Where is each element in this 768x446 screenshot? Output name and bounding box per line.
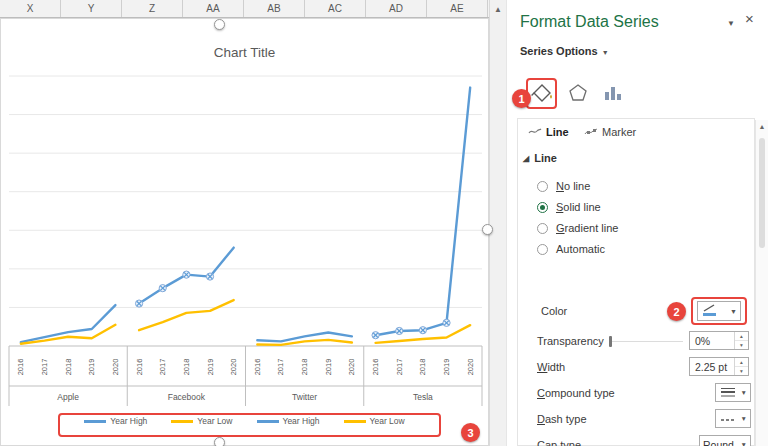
legend-item[interactable]: Year High bbox=[84, 416, 147, 426]
cap-type-value: Round bbox=[703, 439, 734, 446]
slider-track bbox=[609, 341, 683, 342]
transparency-slider[interactable] bbox=[609, 336, 683, 347]
tab-marker-label: Marker bbox=[602, 126, 636, 138]
legend-label: Year High bbox=[110, 416, 147, 426]
selection-handle[interactable] bbox=[482, 224, 493, 235]
svg-text:2016: 2016 bbox=[135, 359, 144, 376]
chevron-down-icon: ▼ bbox=[602, 49, 609, 56]
bar-chart-icon bbox=[601, 81, 625, 107]
legend-line-swatch bbox=[257, 420, 279, 423]
tab-marker[interactable]: Marker bbox=[584, 126, 636, 138]
svg-text:2017: 2017 bbox=[276, 359, 285, 376]
pentagon-icon bbox=[566, 81, 590, 107]
excel-window: X Y Z AA AB AC AD AE ▲ 20162017201820192… bbox=[0, 0, 768, 446]
annotation-badge-2: 2 bbox=[667, 302, 686, 321]
legend-label: Year Low bbox=[370, 416, 405, 426]
column-header[interactable]: Y bbox=[61, 0, 122, 17]
spinner-arrows: ▴ ▾ bbox=[734, 358, 748, 375]
series-options-dropdown[interactable]: Series Options▼ bbox=[520, 45, 609, 57]
radio-solid-line-label: Solid line bbox=[556, 201, 601, 213]
column-header[interactable]: Z bbox=[122, 0, 183, 17]
column-header[interactable]: AD bbox=[366, 0, 427, 17]
compound-type-dropdown[interactable]: ▼ bbox=[715, 383, 751, 402]
close-icon[interactable]: × bbox=[745, 10, 754, 27]
radio-circle[interactable] bbox=[537, 244, 548, 255]
chart-object[interactable]: 20162017201820192020Apple201620172018201… bbox=[0, 18, 489, 446]
line-section-label: Line bbox=[534, 152, 557, 164]
radio-automatic[interactable]: Automatic bbox=[537, 241, 605, 257]
annotation-badge-1: 1 bbox=[512, 89, 531, 108]
width-spinbox[interactable]: 2.25 pt ▴ ▾ bbox=[689, 357, 749, 376]
line-color-button[interactable]: ▼ bbox=[697, 301, 741, 321]
scrollbar-thumb[interactable] bbox=[759, 138, 765, 248]
radio-circle[interactable] bbox=[537, 223, 548, 234]
compound-type-label: Compound type bbox=[537, 387, 615, 401]
selection-handle[interactable] bbox=[214, 437, 225, 446]
effects-tab[interactable] bbox=[566, 82, 590, 106]
cap-type-label: Cap type bbox=[537, 439, 581, 446]
legend-item[interactable]: Year Low bbox=[171, 416, 232, 426]
transparency-spinbox[interactable]: 0% ▴ ▾ bbox=[689, 331, 749, 350]
slider-thumb[interactable] bbox=[609, 336, 612, 347]
series-options-label: Series Options bbox=[520, 45, 598, 57]
fill-line-tab[interactable] bbox=[530, 82, 554, 106]
dash-type-dropdown[interactable]: ▼ bbox=[715, 409, 751, 428]
svg-text:2017: 2017 bbox=[158, 359, 167, 376]
svg-text:2020: 2020 bbox=[111, 359, 120, 376]
radio-gradient-line[interactable]: Gradient line bbox=[537, 220, 618, 236]
svg-text:2019: 2019 bbox=[324, 359, 333, 376]
chart-legend[interactable]: Year High Year Low Year High Year Low bbox=[1, 416, 488, 426]
svg-text:2018: 2018 bbox=[64, 359, 73, 376]
radio-gradient-line-label: Gradient line bbox=[556, 222, 618, 234]
radio-solid-line[interactable]: Solid line bbox=[537, 199, 601, 215]
chevron-down-icon: ▼ bbox=[741, 441, 747, 446]
spin-up-icon[interactable]: ▴ bbox=[735, 332, 748, 341]
width-value[interactable]: 2.25 pt bbox=[690, 358, 734, 375]
svg-text:2016: 2016 bbox=[253, 359, 262, 376]
svg-text:Twitter: Twitter bbox=[292, 392, 317, 402]
radio-circle[interactable] bbox=[537, 181, 548, 192]
legend-line-swatch bbox=[84, 420, 106, 423]
pane-title: Format Data Series bbox=[520, 13, 659, 31]
column-header[interactable]: AA bbox=[183, 0, 244, 17]
chart-title[interactable]: Chart Title bbox=[1, 45, 488, 60]
spin-up-icon[interactable]: ▴ bbox=[735, 358, 748, 367]
dash-type-label: Dash type bbox=[537, 413, 587, 427]
svg-text:2016: 2016 bbox=[371, 359, 380, 376]
line-color-icon bbox=[701, 303, 719, 319]
legend-item[interactable]: Year High bbox=[257, 416, 320, 426]
svg-text:Facebook: Facebook bbox=[168, 392, 206, 402]
section-expander-icon[interactable]: ◢ bbox=[523, 154, 529, 163]
spinner-arrows: ▴ ▾ bbox=[734, 332, 748, 349]
scroll-up-icon[interactable]: ▲ bbox=[756, 120, 768, 130]
svg-text:2018: 2018 bbox=[300, 359, 309, 376]
annotation-badge-3: 3 bbox=[461, 423, 480, 442]
column-header[interactable]: X bbox=[0, 0, 61, 17]
radio-no-line[interactable]: No line bbox=[537, 178, 590, 194]
cap-type-dropdown[interactable]: Round ▼ bbox=[699, 435, 751, 446]
svg-text:2018: 2018 bbox=[418, 359, 427, 376]
legend-item[interactable]: Year Low bbox=[344, 416, 405, 426]
chart-plot-area[interactable]: 20162017201820192020Apple201620172018201… bbox=[1, 19, 490, 411]
line-section-header[interactable]: ◢ Line bbox=[523, 152, 557, 164]
spin-down-icon[interactable]: ▾ bbox=[735, 341, 748, 349]
svg-text:2017: 2017 bbox=[40, 359, 49, 376]
tab-line[interactable]: Line bbox=[528, 126, 569, 138]
chevron-down-icon: ▼ bbox=[730, 308, 737, 315]
legend-label: Year High bbox=[283, 416, 320, 426]
spin-down-icon[interactable]: ▾ bbox=[735, 367, 748, 375]
svg-text:Tesla: Tesla bbox=[413, 392, 433, 402]
width-label: Width bbox=[537, 361, 565, 375]
column-header[interactable]: AE bbox=[427, 0, 488, 17]
svg-text:2019: 2019 bbox=[206, 359, 215, 376]
selection-handle[interactable] bbox=[214, 19, 225, 30]
column-header[interactable]: AC bbox=[305, 0, 366, 17]
radio-circle[interactable] bbox=[537, 202, 548, 213]
worksheet-scrollbar[interactable]: ▲ bbox=[489, 0, 506, 446]
series-options-tab[interactable] bbox=[601, 82, 625, 106]
column-header[interactable]: AB bbox=[244, 0, 305, 17]
scroll-up-icon[interactable]: ▲ bbox=[490, 0, 506, 14]
pane-options-caret-icon[interactable]: ▼ bbox=[727, 19, 735, 28]
transparency-value[interactable]: 0% bbox=[690, 332, 734, 349]
pane-scrollbar[interactable]: ▲ bbox=[755, 120, 768, 446]
